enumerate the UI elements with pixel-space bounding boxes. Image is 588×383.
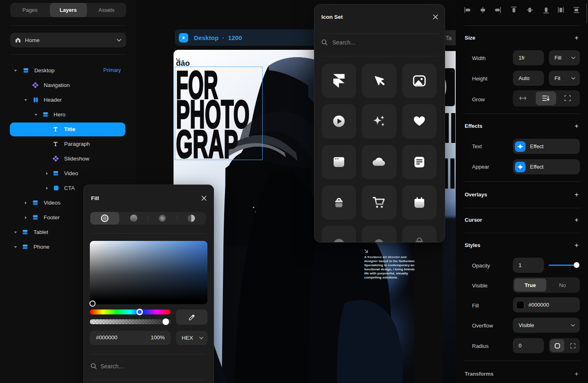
svg-text:A freelance art director and: A freelance art director and [364,255,407,259]
svg-text:functional design, I bring bra: functional design, I bring brands to [364,267,414,271]
svg-text:compelling solutions.: compelling solutions. [364,276,398,279]
svg-text:dāo: dāo [176,59,190,67]
svg-text:life with purposeful, visually: life with purposeful, visually [364,272,408,275]
svg-text:designer based in the Netherla: designer based in the Netherlands. [364,259,414,263]
svg-text:Specializing in contemporary a: Specializing in contemporary and [364,263,414,267]
